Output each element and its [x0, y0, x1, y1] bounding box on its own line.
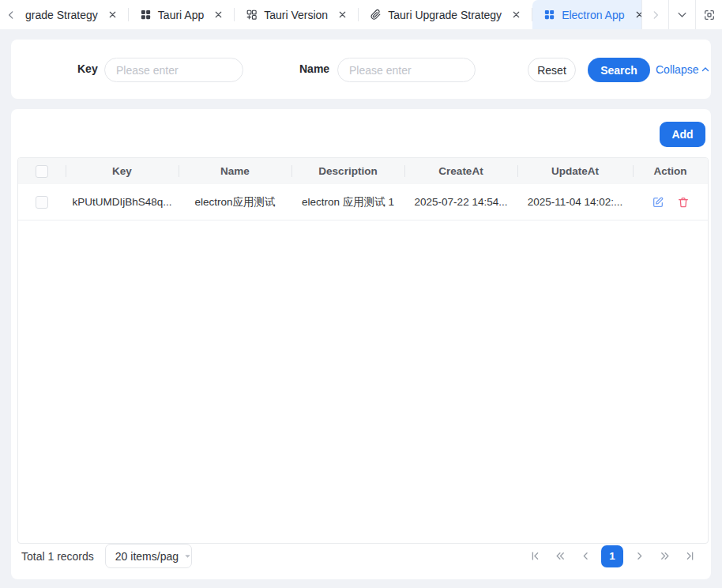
- dropdown-caret-icon: [183, 552, 192, 560]
- column-header-name: Name: [179, 158, 291, 184]
- collapse-caret-icon: [701, 65, 710, 74]
- tab-bar-controls: [641, 0, 722, 29]
- tab-tauri-version[interactable]: Tauri Version: [235, 0, 359, 29]
- cell-action: [633, 184, 708, 220]
- select-all-checkbox[interactable]: [36, 165, 48, 178]
- first-page-icon[interactable]: [524, 545, 546, 567]
- chevron-left-icon: [6, 9, 17, 21]
- tab-label: Tauri Version: [264, 9, 328, 21]
- close-icon[interactable]: [634, 9, 641, 20]
- page-size-value: 20 items/pag: [115, 550, 179, 563]
- next-5-icon[interactable]: [653, 545, 675, 567]
- chevron-right-icon: [650, 9, 661, 21]
- cell-createat: 2025-07-22 14:54...: [404, 184, 517, 220]
- next-page-icon[interactable]: [628, 545, 650, 567]
- trash-icon[interactable]: [677, 196, 690, 209]
- paperclip-icon: [370, 9, 382, 21]
- tabs-scroll-right-button[interactable]: [641, 0, 668, 29]
- column-header-key: Key: [66, 158, 179, 184]
- key-input[interactable]: [104, 58, 243, 82]
- grid-icon: [543, 9, 555, 21]
- fullscreen-button[interactable]: [695, 0, 722, 29]
- tab-upgrade-strategy[interactable]: grade Strategy: [22, 0, 129, 29]
- close-icon[interactable]: [213, 9, 224, 20]
- add-button[interactable]: Add: [660, 122, 705, 147]
- tabs-dropdown-button[interactable]: [668, 0, 695, 29]
- close-icon[interactable]: [337, 9, 348, 20]
- collapse-toggle[interactable]: Collapse: [656, 63, 710, 76]
- chevron-down-icon: [676, 9, 688, 21]
- collapse-label: Collapse: [656, 63, 698, 76]
- table-header-row: Key Name Description CreateAt UpdateAt A…: [18, 158, 708, 184]
- tab-tauri-upgrade-strategy[interactable]: Tauri Upgrade Strategy: [359, 0, 532, 29]
- content-panel: Add Key Name Description CreateAt Update…: [11, 109, 711, 579]
- name-field-label: Name: [299, 62, 329, 75]
- row-select-cell: [18, 184, 66, 220]
- column-header-createat: CreateAt: [404, 158, 517, 184]
- grid-icon: [140, 9, 152, 21]
- reset-button[interactable]: Reset: [528, 58, 576, 82]
- close-icon[interactable]: [107, 9, 118, 20]
- tab-tauri-app[interactable]: Tauri App: [129, 0, 235, 29]
- tabs-scroll-area: grade Strategy Tauri App Tauri Version: [22, 0, 641, 29]
- column-header-action: Action: [633, 158, 708, 184]
- table-footer: Total 1 records 20 items/pag 1: [21, 544, 701, 568]
- select-all-cell: [18, 158, 66, 184]
- search-button[interactable]: Search: [588, 58, 650, 82]
- column-header-description: Description: [291, 158, 404, 184]
- tab-electron-app[interactable]: Electron App: [532, 0, 641, 29]
- name-input[interactable]: [337, 58, 476, 82]
- tab-label: grade Strategy: [25, 9, 98, 21]
- prev-5-icon[interactable]: [549, 545, 571, 567]
- tab-label: Electron App: [562, 9, 624, 21]
- prev-page-icon[interactable]: [574, 545, 596, 567]
- tab-label: Tauri App: [158, 9, 204, 21]
- last-page-icon[interactable]: [679, 545, 701, 567]
- total-records-text: Total 1 records: [21, 550, 94, 563]
- edit-icon[interactable]: [652, 196, 664, 209]
- data-table: Key Name Description CreateAt UpdateAt A…: [17, 157, 709, 544]
- cell-name: electron应用测试: [179, 184, 291, 220]
- tab-label: Tauri Upgrade Strategy: [388, 9, 502, 21]
- current-page-button[interactable]: 1: [601, 545, 623, 567]
- cell-updateat: 2025-11-04 14:02:...: [517, 184, 633, 220]
- cell-description: electron 应用测试 1: [291, 184, 404, 220]
- page-size-select[interactable]: 20 items/pag: [105, 544, 192, 568]
- key-field-label: Key: [77, 62, 98, 75]
- tab-bar: grade Strategy Tauri App Tauri Version: [0, 0, 722, 29]
- table-row: kPUtUMDIjBhS48q... electron应用测试 electron…: [18, 184, 708, 220]
- pagination: 1: [524, 545, 701, 567]
- cell-key: kPUtUMDIjBhS48q...: [66, 184, 179, 220]
- column-header-updateat: UpdateAt: [517, 158, 633, 184]
- close-icon[interactable]: [511, 9, 521, 20]
- tabs-scroll-left-button[interactable]: [0, 0, 22, 29]
- filter-panel: Key Name Reset Search Collapse: [11, 40, 711, 99]
- fullscreen-icon: [703, 9, 716, 21]
- row-checkbox[interactable]: [36, 196, 48, 209]
- grid-add-icon: [246, 9, 258, 21]
